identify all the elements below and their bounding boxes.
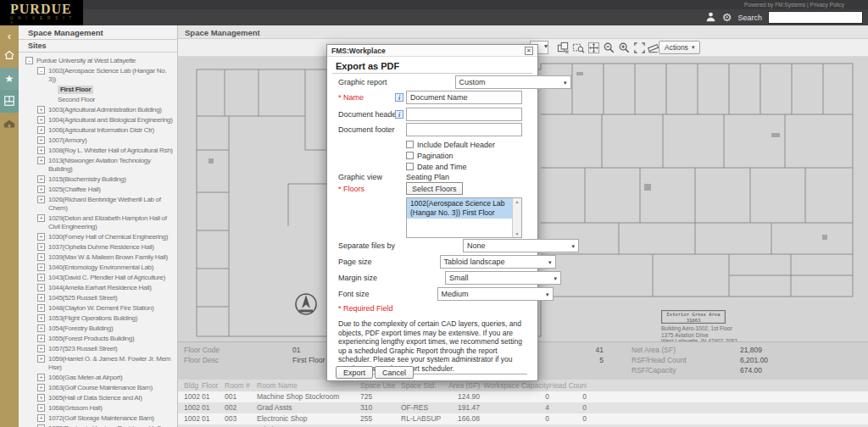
expand-icon[interactable]: + bbox=[37, 214, 45, 222]
tree-item-building[interactable]: +1043(David C. Pfendler Hall of Agricult… bbox=[19, 273, 177, 283]
expand-icon[interactable]: + bbox=[37, 355, 45, 363]
font-size-select[interactable]: Medium ▾ bbox=[437, 287, 554, 301]
document-header-input[interactable] bbox=[406, 108, 522, 121]
expand-icon[interactable]: + bbox=[37, 186, 45, 193]
tree-item-building[interactable]: +1026(Richard Benbridge Wetherill Lab of… bbox=[19, 195, 177, 214]
table-row[interactable]: 100201002Grad Assts310OF-RES191.4740 bbox=[178, 402, 868, 413]
expand-icon[interactable]: + bbox=[37, 384, 45, 391]
expand-icon[interactable]: + bbox=[37, 147, 45, 154]
cancel-button[interactable]: Cancel bbox=[375, 366, 414, 379]
actions-button[interactable]: Actions ▾ bbox=[659, 41, 700, 54]
tree-item-building[interactable]: +1048(Clayton W. Dement Fire Station) bbox=[19, 303, 177, 313]
zoom-window-button[interactable] bbox=[571, 41, 586, 55]
tree-item-building-1002[interactable]: - 1002(Aerospace Science Lab (Hangar No.… bbox=[19, 66, 177, 85]
checkbox[interactable] bbox=[406, 152, 414, 159]
floors-listbox[interactable]: 1002(Aerospace Science Lab (Hangar No. 3… bbox=[406, 197, 522, 238]
zoom-extents-button[interactable] bbox=[632, 41, 647, 55]
tree-item-building[interactable]: +1008(Roy L. Whistler Hall of Agricultur… bbox=[19, 146, 177, 156]
tree-item-building[interactable]: +1060(Gas Meter-at Airport) bbox=[19, 373, 177, 383]
table-row[interactable]: 100201001Machine Shop Stockroom725124.90… bbox=[178, 391, 868, 402]
tree-item-site[interactable]: - Purdue University at West Lafayette bbox=[19, 56, 177, 66]
tree-item-building[interactable]: +1063(Golf Course Maintenance Barn) bbox=[19, 383, 177, 393]
zoom-out-button[interactable] bbox=[602, 41, 616, 55]
graphic-report-select[interactable]: Custom ▾ bbox=[455, 75, 571, 89]
column-header[interactable]: Bldg bbox=[184, 380, 202, 391]
tree-item-building[interactable]: +1055(Forest Products Building) bbox=[19, 334, 177, 344]
expand-icon[interactable]: + bbox=[37, 157, 45, 164]
tree-item-building[interactable]: +1059(Harriet O. & James M. Fowler Jr. M… bbox=[19, 354, 177, 373]
search-input[interactable] bbox=[769, 12, 868, 23]
pan-button[interactable] bbox=[587, 41, 601, 55]
search-box[interactable] bbox=[768, 11, 863, 24]
expand-icon[interactable]: + bbox=[37, 284, 45, 291]
tree-item-building[interactable]: +1030(Forney Hall of Chemical Engineerin… bbox=[19, 232, 177, 242]
home-nav-button[interactable] bbox=[0, 46, 19, 66]
expand-icon[interactable]: + bbox=[37, 394, 45, 402]
tree-item-building[interactable]: +1044(Amelia Earhart Residence Hall) bbox=[19, 283, 177, 293]
checkbox[interactable] bbox=[406, 163, 414, 170]
expand-icon[interactable]: + bbox=[37, 345, 45, 352]
column-header[interactable]: Area (SF) bbox=[442, 380, 480, 391]
collapse-icon[interactable]: - bbox=[37, 67, 45, 75]
tree-item-building[interactable]: +1029(Delon and Elizabeth Hampton Hall o… bbox=[19, 214, 177, 232]
info-icon[interactable]: i bbox=[395, 110, 403, 119]
user-icon[interactable] bbox=[705, 11, 716, 24]
expand-icon[interactable]: + bbox=[37, 136, 45, 144]
tree-item-building[interactable]: +1003(Agricultural Administration Buildi… bbox=[19, 105, 177, 115]
margin-size-select[interactable]: Small ▾ bbox=[445, 271, 561, 285]
column-header[interactable]: Floor bbox=[202, 380, 225, 391]
chevron-down-icon[interactable]: ▾ bbox=[544, 42, 548, 50]
expand-icon[interactable]: + bbox=[37, 335, 45, 342]
tree-item-building[interactable]: +1053(Flight Operations Building) bbox=[19, 313, 177, 324]
zoom-in-button[interactable] bbox=[617, 41, 632, 55]
tree-item-building[interactable]: +1013(Niswonger Aviation Technology Buil… bbox=[19, 156, 177, 175]
page-size-select[interactable]: Tabloid landscape ▾ bbox=[440, 255, 556, 269]
tree-item-building[interactable]: +1054(Forestry Building) bbox=[19, 324, 177, 334]
column-header[interactable]: Workspace Capacity bbox=[480, 380, 549, 391]
expand-icon[interactable]: + bbox=[37, 253, 45, 261]
expand-icon[interactable]: + bbox=[37, 374, 45, 381]
export-button[interactable]: Export bbox=[336, 366, 373, 379]
tree-item-floor-first[interactable]: First Floor bbox=[19, 85, 177, 95]
expand-icon[interactable]: + bbox=[37, 414, 45, 422]
select-floors-button[interactable]: Select Floors bbox=[406, 182, 463, 195]
name-input[interactable] bbox=[406, 91, 522, 104]
document-footer-input[interactable] bbox=[406, 123, 522, 136]
collapse-sidebar-button[interactable]: ‹ bbox=[0, 29, 19, 44]
scroll-up-icon[interactable]: ▲ bbox=[515, 199, 520, 204]
favorites-nav-button[interactable]: ★ bbox=[0, 68, 19, 90]
tree-item-building[interactable]: +1037(Ophelia Duhme Residence Hall) bbox=[19, 242, 177, 252]
dialog-titlebar[interactable]: FMS:Workplace ✕ bbox=[327, 45, 537, 57]
table-row[interactable]: 100201003Electronic Shop255RL-LABSUP166.… bbox=[178, 413, 868, 424]
expand-icon[interactable]: + bbox=[37, 126, 45, 134]
expand-icon[interactable]: + bbox=[37, 243, 45, 251]
tree-item-building[interactable]: +1039(Max W & Maileen Brown Family Hall) bbox=[19, 252, 177, 263]
close-icon[interactable]: ✕ bbox=[525, 47, 533, 55]
tree-item-building[interactable]: +1045(525 Russell Street) bbox=[19, 293, 177, 303]
column-header[interactable]: Space Use bbox=[360, 380, 401, 391]
checkbox[interactable] bbox=[406, 141, 414, 148]
column-header[interactable]: Space Std. bbox=[401, 380, 442, 391]
tree-item-building[interactable]: +1065(Hall of Data Science and AI) bbox=[19, 393, 177, 403]
tree-item-building[interactable]: +1004(Agricultural and Biological Engine… bbox=[19, 115, 177, 125]
expand-icon[interactable]: + bbox=[37, 324, 45, 332]
expand-icon[interactable]: + bbox=[37, 106, 45, 114]
tree-item-floor-second[interactable]: Second Floor bbox=[19, 95, 177, 105]
tree-item-building[interactable]: +1015(Biochemistry Building) bbox=[19, 175, 177, 185]
column-header[interactable]: Head Count bbox=[549, 380, 587, 391]
column-header[interactable]: Room Name bbox=[257, 380, 360, 391]
tree-item-building[interactable]: +1025(Chaffee Hall) bbox=[19, 185, 177, 195]
separate-files-select[interactable]: None ▾ bbox=[463, 239, 579, 252]
gear-icon[interactable]: ⚙ bbox=[722, 12, 732, 23]
space-management-nav-button[interactable] bbox=[0, 90, 19, 113]
expand-icon[interactable]: + bbox=[37, 196, 45, 203]
listbox-scrollbar[interactable]: ▲ ▼ bbox=[512, 198, 521, 237]
expand-icon[interactable]: + bbox=[37, 304, 45, 312]
info-icon[interactable]: i bbox=[395, 93, 403, 102]
expand-icon[interactable]: + bbox=[37, 116, 45, 124]
expand-icon[interactable]: + bbox=[37, 274, 45, 281]
sidebar-section-sites[interactable]: Sites bbox=[19, 40, 177, 53]
scroll-down-icon[interactable]: ▼ bbox=[515, 231, 520, 236]
expand-icon[interactable]: + bbox=[37, 294, 45, 302]
expand-icon[interactable]: + bbox=[37, 233, 45, 241]
